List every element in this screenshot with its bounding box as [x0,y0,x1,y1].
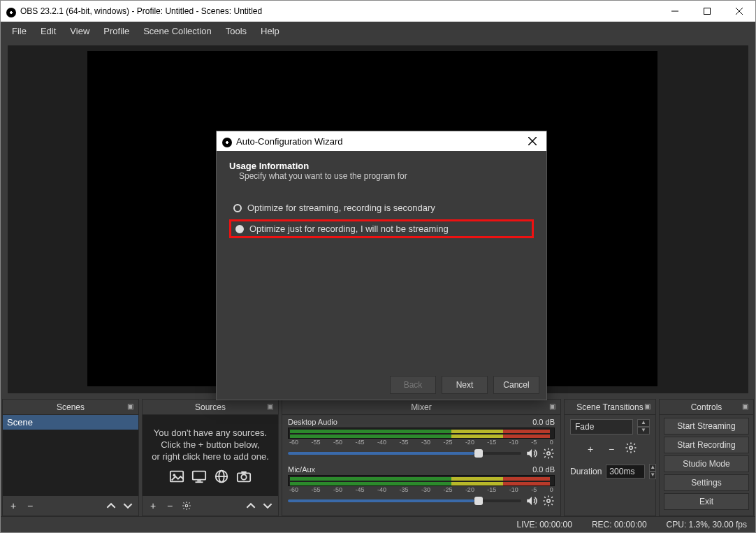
undock-icon[interactable]: ▣ [127,402,136,411]
controls-panel: Controls ▣ Start Streaming Start Recordi… [659,399,754,516]
status-live: LIVE: 00:00:00 [516,520,572,530]
undock-icon[interactable]: ▣ [644,402,653,411]
svg-rect-7 [197,481,201,482]
menu-tools[interactable]: Tools [219,24,254,38]
undock-icon[interactable]: ▣ [742,402,750,411]
scenes-header: Scenes ▣ [3,400,138,415]
transition-selected: Fade [575,422,594,432]
source-up-button[interactable] [243,498,259,513]
radio-icon [235,225,244,233]
scene-up-button[interactable] [103,498,119,513]
add-source-button[interactable]: + [145,498,161,513]
next-button[interactable]: Next [442,376,488,394]
sources-header: Sources ▣ [143,400,278,415]
auto-config-wizard-dialog: Auto-Configuration Wizard Usage Informat… [216,131,547,400]
speaker-icon[interactable] [525,447,538,460]
svg-rect-6 [193,472,205,480]
close-button[interactable] [723,1,755,22]
svg-point-18 [630,446,633,450]
transition-spin[interactable]: ▲▼ [637,419,650,435]
scene-down-button[interactable] [120,498,136,513]
sources-empty-line3: or right click here to add one. [152,451,269,462]
exit-button[interactable]: Exit [664,493,749,510]
volume-slider[interactable] [288,499,521,502]
remove-scene-button[interactable]: − [22,498,38,513]
window-title: OBS 23.2.1 (64-bit, windows) - Profile: … [20,6,262,16]
bottom-dock: Scenes ▣ Scene + − Sources ▣ You don't h… [1,399,755,516]
mixer-panel: Mixer ▣ Desktop Audio 0.0 dB -60-55-50-4… [282,399,561,516]
mixer-channel-desktop: Desktop Audio 0.0 dB -60-55-50-45-40-35-… [288,418,555,460]
dialog-heading: Usage Information [229,161,534,171]
transition-select[interactable]: Fade [570,419,633,435]
add-transition-button[interactable]: + [583,441,598,457]
globe-source-icon [212,469,231,484]
settings-button[interactable]: Settings [664,474,749,491]
svg-point-13 [241,474,246,479]
window-titlebar: OBS 23.2.1 (64-bit, windows) - Profile: … [1,1,755,22]
svg-point-17 [547,499,551,503]
remove-transition-button[interactable]: − [604,441,619,457]
meter-ticks: -60-55-50-45-40-35-30-25-20-15-10-50 [288,439,555,446]
transitions-title: Scene Transitions [576,402,643,412]
duration-input[interactable] [606,465,645,479]
transitions-header: Scene Transitions ▣ [565,400,655,415]
channel-db: 0.0 dB [532,465,555,474]
menu-scene-collection[interactable]: Scene Collection [136,24,219,38]
svg-point-15 [185,504,188,507]
sources-body[interactable]: You don't have any sources. Click the + … [143,415,278,496]
menu-edit[interactable]: Edit [34,24,63,38]
image-source-icon [168,469,186,484]
source-properties-button[interactable] [179,498,194,513]
radio-label: Optimize just for recording, I will not … [249,224,449,234]
sources-empty-line1: You don't have any sources. [154,428,267,438]
svg-rect-1 [704,8,711,15]
gear-icon[interactable] [542,495,555,507]
source-down-button[interactable] [260,498,275,513]
start-recording-button[interactable]: Start Recording [664,437,749,453]
channel-name: Desktop Audio [288,418,337,426]
scenes-list[interactable]: Scene [3,415,138,496]
radio-optimize-streaming[interactable]: Optimize for streaming, recording is sec… [229,200,534,215]
dialog-close-button[interactable] [524,133,541,149]
sources-toolbar: + − [143,496,278,516]
undock-icon[interactable]: ▣ [549,402,558,411]
obs-logo-icon [6,8,16,17]
dialog-title: Auto-Configuration Wizard [236,136,342,147]
meter-ticks: -60-55-50-45-40-35-30-25-20-15-10-50 [288,486,555,493]
add-scene-button[interactable]: + [6,498,21,513]
start-streaming-button[interactable]: Start Streaming [664,418,749,435]
undock-icon[interactable]: ▣ [267,402,275,411]
status-rec: REC: 00:00:00 [592,520,647,530]
menu-profile[interactable]: Profile [96,24,136,38]
mixer-channel-mic: Mic/Aux 0.0 dB -60-55-50-45-40-35-30-25-… [288,465,555,507]
scenes-panel: Scenes ▣ Scene + − [2,399,139,516]
cancel-button[interactable]: Cancel [493,376,539,394]
back-button[interactable]: Back [390,376,436,394]
volume-slider[interactable] [288,452,521,455]
menu-view[interactable]: View [63,24,96,38]
maximize-button[interactable] [691,1,723,22]
gear-icon[interactable] [625,441,637,454]
transitions-panel: Scene Transitions ▣ Fade ▲▼ + − Duration… [564,399,656,516]
duration-spin[interactable]: ▲▼ [649,464,656,479]
studio-mode-button[interactable]: Studio Mode [664,455,749,472]
camera-source-icon [235,469,253,484]
menu-file[interactable]: File [5,24,34,38]
menu-help[interactable]: Help [254,24,286,38]
radio-optimize-recording[interactable]: Optimize just for recording, I will not … [229,219,534,238]
scenes-toolbar: + − [3,496,138,516]
dialog-titlebar: Auto-Configuration Wizard [217,131,546,151]
mixer-body: Desktop Audio 0.0 dB -60-55-50-45-40-35-… [282,415,560,516]
obs-logo-icon [222,138,232,147]
speaker-icon[interactable] [525,495,538,507]
display-source-icon [190,469,208,484]
dialog-button-row: Back Next Cancel [217,370,546,400]
scene-row[interactable]: Scene [3,415,138,430]
minimize-button[interactable] [659,1,691,22]
menu-bar: File Edit View Profile Scene Collection … [1,22,755,40]
radio-icon [233,204,242,212]
mixer-title: Mixer [411,402,431,412]
svg-rect-14 [241,472,246,474]
gear-icon[interactable] [542,447,555,460]
remove-source-button[interactable]: − [162,498,177,513]
